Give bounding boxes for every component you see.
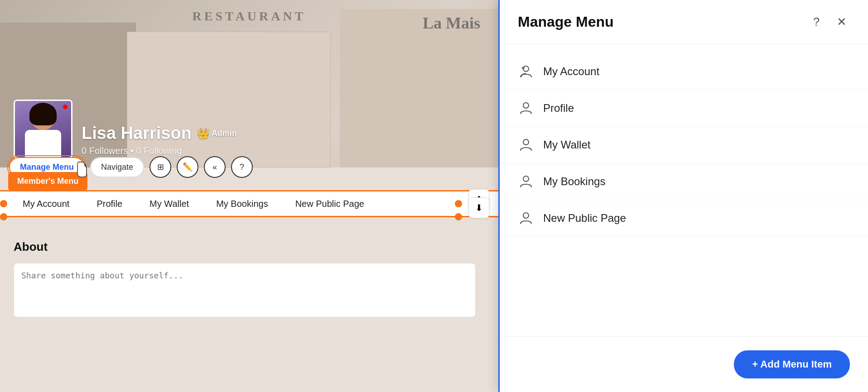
nav-dot-bottom-right — [455, 213, 462, 220]
nav-tab-my-wallet[interactable]: My Wallet — [136, 194, 203, 214]
layout-icon-button[interactable]: ⊞ — [149, 156, 171, 178]
my-wallet-icon — [518, 137, 534, 153]
about-section: About — [0, 226, 498, 333]
panel-menu-items: My Account Profile My Wallet — [500, 44, 868, 336]
panel-close-icon: ✕ — [837, 15, 847, 29]
admin-label: Admin — [212, 129, 237, 138]
new-public-page-icon — [518, 210, 534, 226]
panel-header: Manage Menu ? ✕ — [500, 0, 868, 44]
crown-icon: 👑 — [197, 128, 209, 139]
panel-menu-item-my-account[interactable]: My Account — [500, 53, 868, 90]
manage-menu-panel: Manage Menu ? ✕ My Account — [498, 0, 868, 392]
nav-dot-right — [455, 200, 462, 207]
download-bottom-button[interactable]: ⬇ — [468, 197, 489, 218]
panel-help-icon: ? — [813, 15, 820, 29]
back-icon-button[interactable]: « — [204, 156, 226, 178]
panel-footer: + Add Menu Item — [500, 336, 868, 392]
panel-header-icons: ? ✕ — [808, 14, 850, 30]
help-icon-button[interactable]: ? — [231, 156, 253, 178]
panel-title: Manage Menu — [518, 14, 614, 30]
nav-dot-left — [0, 200, 7, 207]
new-public-page-label: New Public Page — [543, 212, 626, 225]
navigate-button[interactable]: Navigate — [90, 157, 144, 177]
profile-area: RESTAURANT La Mais Lisa Harrison — [0, 0, 498, 392]
edit-icon: ✏️ — [183, 162, 193, 172]
my-wallet-label: My Wallet — [543, 139, 590, 151]
profile-name-text: Lisa Harrison — [82, 124, 192, 143]
members-menu-dropdown[interactable]: Member's Menu — [8, 172, 87, 191]
edit-icon-button[interactable]: ✏️ — [177, 156, 198, 178]
panel-menu-item-new-public-page[interactable]: New Public Page — [500, 200, 868, 237]
panel-menu-item-profile[interactable]: Profile — [500, 90, 868, 127]
my-account-label: My Account — [543, 65, 599, 78]
panel-help-button[interactable]: ? — [808, 14, 825, 30]
my-bookings-label: My Bookings — [543, 175, 605, 188]
svg-point-4 — [523, 176, 529, 182]
panel-menu-item-my-wallet[interactable]: My Wallet — [500, 127, 868, 163]
nav-tabs-bar: My Account Profile My Wallet My Bookings… — [0, 190, 498, 217]
nav-tab-my-account[interactable]: My Account — [9, 194, 83, 214]
profile-icon — [518, 100, 534, 116]
about-title: About — [14, 240, 485, 254]
avatar-image — [15, 101, 71, 157]
nav-tab-new-public-page[interactable]: New Public Page — [282, 194, 378, 214]
add-menu-item-button[interactable]: + Add Menu Item — [734, 350, 850, 378]
panel-menu-item-my-bookings[interactable]: My Bookings — [500, 163, 868, 200]
svg-point-2 — [523, 103, 529, 108]
nav-tab-my-bookings[interactable]: My Bookings — [203, 194, 282, 214]
avatar-notification-dot — [63, 105, 68, 109]
nav-dot-bottom-left — [0, 213, 7, 220]
help-icon: ? — [240, 163, 244, 172]
download-bottom-icon: ⬇ — [475, 202, 483, 213]
layout-icon: ⊞ — [157, 162, 164, 172]
profile-name: Lisa Harrison 👑 Admin — [82, 124, 485, 143]
nav-tab-profile[interactable]: Profile — [83, 194, 136, 214]
svg-point-3 — [523, 139, 529, 145]
avatar-head — [32, 105, 54, 130]
my-bookings-icon — [518, 173, 534, 190]
my-account-icon — [518, 63, 534, 80]
profile-label: Profile — [543, 102, 574, 115]
back-icon: « — [212, 163, 217, 172]
about-textarea[interactable] — [14, 263, 476, 317]
avatar-hair — [29, 103, 57, 125]
panel-close-button[interactable]: ✕ — [834, 14, 850, 30]
admin-badge: 👑 Admin — [197, 128, 237, 139]
svg-point-5 — [523, 213, 529, 218]
